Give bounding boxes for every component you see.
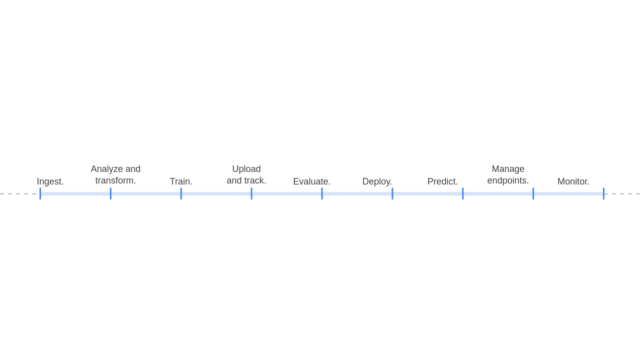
step-label-predict: Predict. xyxy=(427,176,458,187)
step-label-upload: Uploadand track. xyxy=(226,163,266,187)
tick-train xyxy=(181,188,182,200)
tick-deploy xyxy=(392,188,393,200)
tick-predict xyxy=(462,188,464,200)
labels-row: Ingest. Analyze andtransform. Train. Upl… xyxy=(20,147,624,192)
solid-track xyxy=(40,192,604,196)
step-label-monitor: Monitor. xyxy=(557,176,590,187)
pipeline-container: Ingest. Analyze andtransform. Train. Upl… xyxy=(0,147,644,196)
tick-upload xyxy=(251,188,253,200)
tick-monitor xyxy=(603,188,605,200)
step-label-evaluate: Evaluate. xyxy=(293,176,331,187)
right-dashed-line xyxy=(604,193,644,195)
tick-evaluate xyxy=(321,188,323,200)
tick-analyze xyxy=(110,188,112,200)
step-label-deploy: Deploy. xyxy=(362,176,392,187)
step-label-manage: Manageendpoints. xyxy=(487,163,529,187)
tick-ingest xyxy=(40,188,41,200)
step-label-train: Train. xyxy=(170,176,192,187)
tick-manage xyxy=(533,188,534,200)
step-label-ingest: Ingest. xyxy=(37,176,64,187)
step-label-analyze: Analyze andtransform. xyxy=(91,163,140,187)
left-dashed-line xyxy=(0,193,40,195)
track-row xyxy=(0,192,644,196)
